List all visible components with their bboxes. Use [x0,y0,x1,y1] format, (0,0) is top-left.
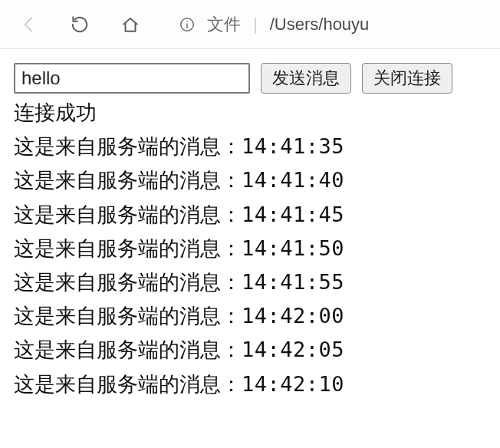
browser-toolbar: 文件 | /Users/houyu [0,0,500,49]
log-line: 这是来自服务端的消息：14:42:10 [14,367,488,401]
message-log: 连接成功 这是来自服务端的消息：14:41:35这是来自服务端的消息：14:41… [14,97,488,401]
log-line: 这是来自服务端的消息：14:41:40 [14,163,488,197]
log-line-prefix: 这是来自服务端的消息： [14,169,242,192]
log-line-prefix: 这是来自服务端的消息： [14,271,242,294]
log-line-time: 14:41:35 [242,134,344,158]
log-line-prefix: 这是来自服务端的消息： [14,237,242,260]
address-bar[interactable]: 文件 | /Users/houyu [167,9,485,40]
log-line-time: 14:41:45 [242,203,344,226]
back-button[interactable] [15,11,43,38]
log-line-time: 14:42:05 [242,338,344,361]
log-line: 这是来自服务端的消息：14:41:35 [14,130,488,163]
log-line: 这是来自服务端的消息：14:41:50 [14,232,488,265]
log-line-prefix: 这是来自服务端的消息： [14,373,242,396]
address-scheme-label: 文件 [207,13,241,36]
message-input[interactable] [14,63,250,94]
site-info-icon[interactable] [178,15,196,34]
close-connection-button[interactable]: 关闭连接 [362,63,452,94]
log-line-prefix: 这是来自服务端的消息： [14,203,242,226]
home-button[interactable] [117,11,144,38]
log-line-time: 14:41:55 [242,270,344,294]
log-line: 这是来自服务端的消息：14:42:00 [14,299,488,333]
log-line-time: 14:42:00 [242,304,344,328]
log-line: 这是来自服务端的消息：14:42:05 [14,333,488,367]
log-line-prefix: 这是来自服务端的消息： [14,135,242,158]
log-line: 这是来自服务端的消息：14:41:55 [14,265,488,299]
controls-row: 发送消息 关闭连接 [14,63,488,94]
connection-status: 连接成功 [14,97,488,130]
log-line-time: 14:41:50 [242,236,344,260]
page-body: 发送消息 关闭连接 连接成功 这是来自服务端的消息：14:41:35这是来自服务… [0,49,500,401]
address-path: /Users/houyu [270,15,370,35]
log-line-prefix: 这是来自服务端的消息： [14,305,242,328]
log-line-prefix: 这是来自服务端的消息： [14,338,242,361]
log-line-time: 14:41:40 [242,168,344,192]
log-line-time: 14:42:10 [242,372,344,396]
address-separator: | [252,15,259,35]
reload-button[interactable] [66,11,94,38]
send-button[interactable]: 发送消息 [261,63,351,94]
log-line: 这是来自服务端的消息：14:41:45 [14,198,488,232]
